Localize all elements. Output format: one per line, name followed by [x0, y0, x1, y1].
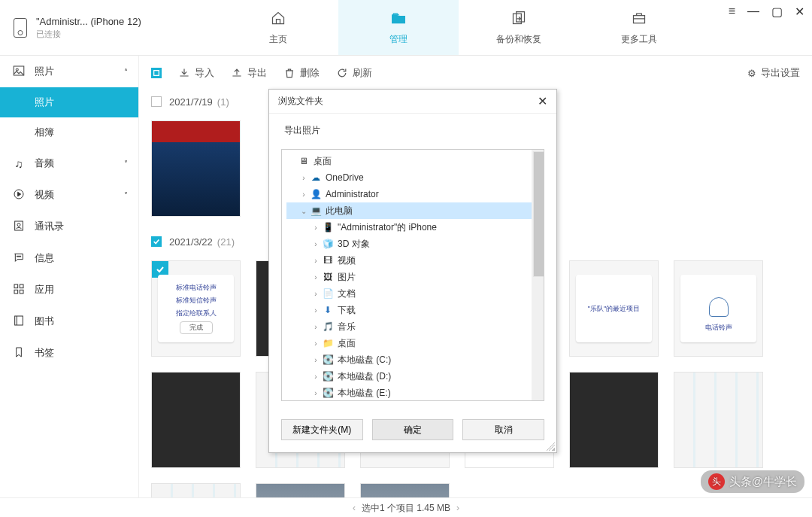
tree-arrow-icon[interactable]: ›	[311, 373, 321, 381]
tree-node[interactable]: ›👤Administrator	[286, 186, 539, 202]
topbar: "Administr... (iPhone 12) 已连接 主页 管理 备份和恢…	[0, 0, 812, 56]
device-info[interactable]: "Administr... (iPhone 12) 已连接	[0, 0, 218, 55]
new-folder-button[interactable]: 新建文件夹(M)	[281, 419, 363, 440]
minimize-icon[interactable]: —	[747, 5, 759, 19]
chevron-up-icon[interactable]: ˄	[124, 68, 128, 76]
tree-node[interactable]: ›☁OneDrive	[286, 169, 539, 186]
thumbnail[interactable]	[569, 372, 659, 468]
sidebar-cat-photos[interactable]: 照片 ˄	[0, 56, 138, 87]
dialog-titlebar[interactable]: 浏览文件夹 ✕	[269, 90, 556, 114]
chevron-right-icon[interactable]: ›	[456, 498, 459, 518]
sidebar-cat-audio[interactable]: ♫ 音频 ˅	[0, 147, 138, 179]
folder-icon	[391, 9, 406, 30]
sidebar-cat-books[interactable]: 图书	[0, 306, 138, 337]
book-icon	[11, 315, 27, 329]
tree-node[interactable]: ›📁桌面	[286, 335, 539, 351]
tab-label: 更多工具	[621, 33, 657, 46]
tree-node[interactable]: ›🎵音乐	[286, 318, 539, 335]
tree-node-label: 视频	[338, 254, 356, 267]
statusbar: ‹ 选中1 个项目 1.45 MB ›	[0, 497, 812, 517]
tree-arrow-icon[interactable]: ›	[311, 240, 321, 248]
sidebar-cat-contacts[interactable]: 通讯录	[0, 211, 138, 242]
tree-node[interactable]: ›💽本地磁盘 (C:)	[286, 351, 539, 368]
chevron-down-icon[interactable]: ˅	[124, 191, 128, 199]
menu-icon[interactable]: ≡	[729, 5, 735, 19]
tree-arrow-icon[interactable]: ›	[311, 290, 321, 298]
tree-node-label: 此电脑	[326, 205, 353, 217]
group-checkbox[interactable]	[151, 96, 162, 107]
tree-node[interactable]: ›📄文档	[286, 285, 539, 302]
tree-node[interactable]: ›🎞视频	[286, 252, 539, 269]
tree-arrow-icon[interactable]: ⌄	[298, 207, 309, 215]
tree-arrow-icon[interactable]: ›	[311, 389, 321, 397]
chevron-down-icon[interactable]: ˅	[124, 160, 128, 168]
tree-node[interactable]: ⌄💻此电脑	[286, 202, 539, 219]
tree-node[interactable]: ›🧊3D 对象	[286, 236, 539, 252]
sidebar-label: 应用	[35, 283, 54, 297]
tree-arrow-icon[interactable]: ›	[298, 190, 309, 199]
sidebar-label: 视频	[35, 188, 54, 202]
tree-arrow-icon[interactable]: ›	[311, 257, 321, 265]
tree-arrow-icon[interactable]: ›	[298, 174, 309, 182]
tree-arrow-icon[interactable]: ›	[311, 339, 321, 348]
chevron-left-icon[interactable]: ‹	[353, 498, 356, 518]
tab-manage[interactable]: 管理	[338, 0, 459, 55]
svg-rect-15	[15, 316, 23, 325]
sidebar-item-albums[interactable]: 相簿	[0, 117, 138, 147]
thumbnail[interactable]	[360, 483, 450, 497]
thumbnail[interactable]: "乐队"的最近项目	[569, 260, 659, 357]
tree-arrow-icon[interactable]: ›	[311, 323, 321, 331]
device-status: 已连接	[36, 29, 141, 40]
svg-rect-6	[15, 221, 23, 230]
sidebar-cat-video[interactable]: 视频 ˅	[0, 179, 138, 211]
folder-type-icon: 💻	[309, 205, 323, 216]
thumbnail[interactable]: 电话铃声	[674, 260, 763, 357]
close-icon[interactable]: ✕	[538, 94, 547, 108]
thumbnail[interactable]	[674, 372, 763, 468]
resize-grip[interactable]	[546, 442, 555, 451]
tree-arrow-icon[interactable]: ›	[311, 273, 321, 281]
folder-type-icon: 👤	[309, 189, 323, 199]
sidebar-cat-messages[interactable]: 信息	[0, 242, 138, 274]
thumbnail[interactable]	[151, 372, 241, 468]
sidebar: 照片 ˄ 照片 相簿 ♫ 音频 ˅ 视频 ˅ 通讯录 信息	[0, 56, 139, 497]
thumbnail[interactable]	[151, 483, 241, 497]
folder-tree[interactable]: 🖥桌面›☁OneDrive›👤Administrator⌄💻此电脑›📱"Admi…	[281, 149, 544, 401]
tree-arrow-icon[interactable]: ›	[311, 356, 321, 364]
close-window-icon[interactable]: ✕	[795, 5, 804, 19]
sidebar-cat-apps[interactable]: 应用	[0, 274, 138, 306]
tree-arrow-icon[interactable]: ›	[311, 224, 321, 232]
group-checkbox[interactable]	[151, 236, 162, 247]
video-icon	[11, 188, 27, 202]
tree-node[interactable]: ›🖼图片	[286, 269, 539, 285]
tree-node-label: 本地磁盘 (C:)	[338, 354, 391, 366]
export-button[interactable]: 导出	[231, 66, 267, 80]
tab-home[interactable]: 主页	[218, 0, 338, 55]
cancel-button[interactable]: 取消	[462, 419, 544, 440]
thumbnail[interactable]: 标准电话铃声标准短信铃声指定给联系人完成	[151, 260, 241, 357]
scrollbar[interactable]	[532, 150, 544, 400]
tree-node-label: "Administrator"的 iPhone	[338, 221, 437, 234]
thumbnail[interactable]	[151, 120, 241, 217]
thumbnail[interactable]	[256, 483, 345, 497]
delete-button[interactable]: 删除	[283, 66, 320, 80]
import-button[interactable]: 导入	[178, 66, 214, 80]
tree-arrow-icon[interactable]: ›	[311, 306, 321, 315]
tree-node[interactable]: ›💽本地磁盘 (E:)	[286, 385, 539, 401]
date-label: 2021/7/19	[169, 96, 213, 108]
tree-node[interactable]: ›💽本地磁盘 (D:)	[286, 368, 539, 385]
tree-node[interactable]: 🖥桌面	[286, 153, 539, 169]
tree-node[interactable]: ›📱"Administrator"的 iPhone	[286, 219, 539, 236]
sidebar-cat-bookmarks[interactable]: 书签	[0, 337, 138, 369]
tab-backup[interactable]: 备份和恢复	[459, 0, 579, 55]
maximize-icon[interactable]: ▢	[771, 5, 783, 19]
tree-node-label: 本地磁盘 (E:)	[338, 387, 391, 400]
tab-tools[interactable]: 更多工具	[579, 0, 699, 55]
select-all-checkbox[interactable]	[151, 68, 162, 78]
export-settings-button[interactable]: ⚙ 导出设置	[747, 66, 800, 80]
tree-node[interactable]: ›⬇下载	[286, 302, 539, 318]
ok-button[interactable]: 确定	[372, 419, 454, 440]
sidebar-item-photos[interactable]: 照片	[0, 87, 138, 117]
scrollbar-thumb[interactable]	[533, 151, 544, 277]
refresh-button[interactable]: 刷新	[336, 66, 372, 80]
